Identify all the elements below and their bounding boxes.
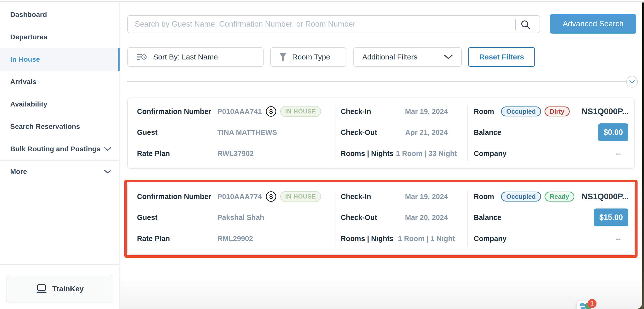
reservation-card[interactable]: Confirmation Number P010AAA741 $ IN HOUS…	[127, 98, 634, 169]
check-in-row: Check-In Mar 19, 2024	[335, 103, 468, 120]
check-out-row: Check-Out Apr 21, 2024	[335, 123, 468, 141]
rooms-nights-row: Rooms | Nights 1 Room | 33 Night	[335, 145, 468, 162]
sidebar-item-label: More	[10, 168, 27, 176]
room-number-value[interactable]: NS1Q000P...	[582, 107, 629, 116]
sidebar-item-label: Bulk Routing and Postings	[10, 145, 100, 153]
rate-plan-value: RWL37902	[217, 150, 254, 158]
check-out-value: Mar 20, 2024	[394, 213, 459, 222]
highlight-frame: Confirmation Number P010AAA774 $ IN HOUS…	[124, 180, 638, 258]
company-row: Company --	[468, 145, 635, 162]
sidebar-item-departures[interactable]: Departures	[0, 26, 119, 48]
reset-filters-button[interactable]: Reset Filters	[468, 47, 535, 67]
sidebar-item-arrivals[interactable]: Arrivals	[0, 71, 119, 93]
reservation-card[interactable]: Confirmation Number P010AAA774 $ IN HOUS…	[127, 183, 634, 255]
room-number-value[interactable]: NS1Q000P...	[582, 192, 629, 201]
status-badge: IN HOUSE	[280, 106, 321, 117]
search-input[interactable]	[128, 16, 540, 33]
section-divider	[127, 81, 633, 82]
sidebar-item-label: Departures	[10, 33, 48, 41]
rooms-nights-label: Rooms | Nights	[341, 150, 394, 158]
housekeeping-badge: Ready	[544, 192, 574, 201]
check-in-row: Check-In Mar 19, 2024	[335, 188, 468, 205]
additional-filters-label: Additional Filters	[362, 53, 418, 61]
sidebar-item-label: Dashboard	[10, 11, 47, 19]
check-in-label: Check-In	[341, 193, 371, 201]
guest-label: Guest	[137, 213, 158, 222]
balance-button[interactable]: $0.00	[598, 123, 628, 141]
search-divider	[515, 19, 516, 30]
sidebar: Dashboard Departures In House Arrivals A…	[0, 2, 120, 309]
confirmation-row: Confirmation Number P010AAA774 $ IN HOUS…	[128, 188, 335, 205]
company-value: --	[616, 235, 621, 243]
occupancy-badge: Occupied	[501, 107, 541, 116]
rate-plan-label: Rate Plan	[137, 235, 170, 243]
room-row: Room Occupied Ready NS1Q000P...	[468, 188, 635, 205]
chevron-down-icon	[104, 169, 112, 174]
sidebar-item-in-house[interactable]: In House	[0, 48, 119, 71]
sidebar-item-more[interactable]: More	[0, 160, 119, 183]
guest-row: Guest Pakshal Shah	[128, 208, 335, 226]
occupancy-badge: Occupied	[501, 192, 541, 201]
room-label: Room	[474, 108, 494, 116]
confirmation-number-value[interactable]: P010AAA774	[217, 193, 262, 201]
dollar-icon[interactable]: $	[266, 106, 276, 117]
rooms-nights-row: Rooms | Nights 1 Room | 1 Night	[335, 230, 468, 247]
chevron-down-icon	[629, 80, 635, 84]
sidebar-item-label: Availability	[10, 100, 47, 108]
collapse-toggle-button[interactable]	[626, 76, 638, 88]
laptop-icon	[36, 284, 47, 293]
sidebar-item-label: Search Reservations	[10, 123, 80, 131]
notification-badge[interactable]: 1	[588, 299, 596, 308]
background-window-sliver	[642, 3, 644, 309]
check-out-label: Check-Out	[341, 128, 377, 137]
sidebar-item-label: In House	[10, 56, 40, 64]
confirmation-number-value[interactable]: P010AAA741	[217, 108, 262, 116]
rate-plan-label: Rate Plan	[137, 150, 170, 158]
window-top-border	[0, 1, 644, 2]
chat-app-glyph	[580, 303, 585, 306]
search-box	[127, 15, 540, 33]
chat-app-glyph	[580, 307, 586, 309]
confirmation-number-label: Confirmation Number	[137, 108, 211, 116]
guest-value: Pakshal Shah	[217, 213, 264, 222]
sidebar-item-search-reservations[interactable]: Search Reservations	[0, 115, 119, 138]
guest-row: Guest TINA MATTHEWS	[128, 123, 335, 141]
rate-plan-row: Rate Plan RWL37902	[128, 145, 335, 162]
room-type-label: Room Type	[292, 53, 330, 61]
sidebar-item-dashboard[interactable]: Dashboard	[0, 4, 119, 26]
trainkey-button[interactable]: TrainKey	[6, 275, 114, 303]
guest-value: TINA MATTHEWS	[217, 128, 277, 137]
company-row: Company --	[468, 230, 635, 247]
dollar-icon[interactable]: $	[266, 191, 276, 202]
sidebar-item-label: Arrivals	[10, 78, 36, 86]
company-label: Company	[474, 235, 506, 243]
rate-plan-value: RML29902	[217, 235, 253, 243]
company-label: Company	[474, 150, 506, 158]
sidebar-item-bulk-routing[interactable]: Bulk Routing and Postings	[0, 138, 119, 160]
chevron-down-icon	[444, 55, 453, 60]
rooms-nights-value: 1 Room | 33 Night	[394, 150, 459, 158]
sort-by-icon	[136, 52, 147, 62]
room-type-filter[interactable]: Room Type	[270, 47, 346, 67]
search-icon[interactable]	[520, 20, 531, 30]
balance-row: Balance $15.00	[468, 208, 635, 226]
company-value: --	[616, 150, 621, 158]
additional-filters-dropdown[interactable]: Additional Filters	[353, 47, 462, 67]
check-out-value: Apr 21, 2024	[394, 128, 459, 137]
guest-label: Guest	[137, 128, 158, 137]
check-in-value: Mar 19, 2024	[394, 193, 459, 201]
balance-row: Balance $0.00	[468, 123, 635, 141]
rate-plan-row: Rate Plan RML29902	[128, 230, 335, 247]
balance-label: Balance	[474, 213, 501, 222]
sidebar-item-availability[interactable]: Availability	[0, 93, 119, 115]
advanced-search-button[interactable]: Advanced Search	[550, 14, 636, 34]
trainkey-label: TrainKey	[52, 285, 84, 293]
check-out-row: Check-Out Mar 20, 2024	[335, 208, 468, 226]
balance-button[interactable]: $15.00	[594, 208, 628, 226]
balance-label: Balance	[474, 128, 501, 137]
check-in-label: Check-In	[341, 108, 371, 116]
room-row: Room Occupied Dirty NS1Q000P...	[468, 103, 635, 120]
rooms-nights-value: 1 Room | 1 Night	[394, 235, 459, 243]
sort-by-dropdown[interactable]: Sort By: Last Name	[127, 47, 264, 67]
chevron-down-icon	[104, 147, 112, 151]
